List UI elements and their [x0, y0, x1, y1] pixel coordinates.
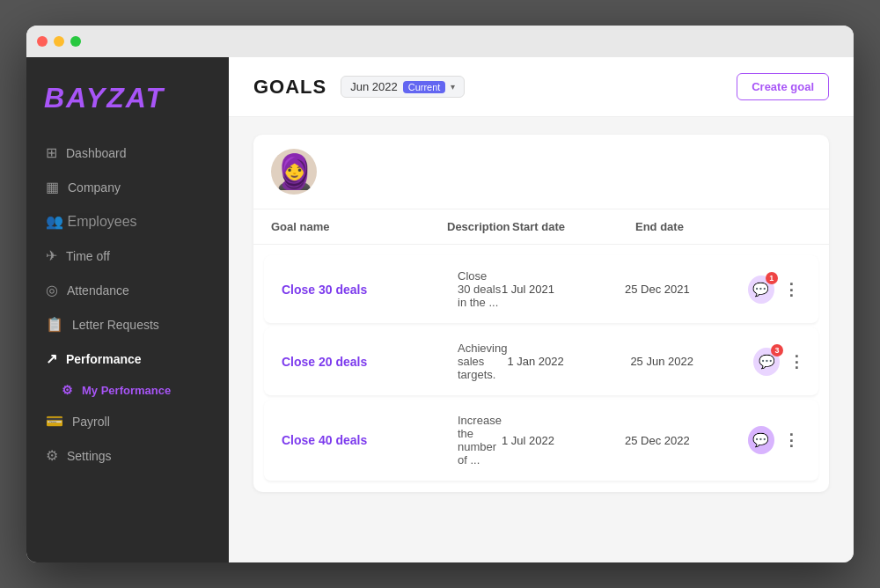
table-row: Close 40 deals Increase the number of ..…: [264, 400, 818, 481]
comment-button[interactable]: 💬: [748, 426, 774, 454]
goals-table: 🧕 Goal name Description Start date End d…: [253, 135, 829, 492]
table-header: Goal name Description Start date End dat…: [253, 209, 829, 245]
sidebar-item-letter-requests[interactable]: 📋 Letter Requests: [26, 307, 229, 342]
more-options-button[interactable]: ⋮: [787, 351, 806, 372]
sidebar-item-timeoff[interactable]: ✈ Time off: [26, 239, 229, 273]
current-tag: Current: [403, 81, 446, 93]
performance-icon: ↗: [46, 350, 57, 367]
col-end-date: End date: [635, 220, 759, 233]
sidebar-item-performance[interactable]: ↗ Performance: [26, 342, 229, 376]
sidebar-item-label: Attendance: [67, 283, 129, 298]
sidebar-item-settings[interactable]: ⚙ Settings: [26, 438, 229, 473]
sidebar-item-dashboard[interactable]: ⊞ Dashboard: [26, 136, 229, 170]
goal-description: Close 30 deals in the ...: [458, 269, 502, 309]
header-left: GOALS Jun 2022 Current ▾: [253, 76, 465, 99]
minimize-dot[interactable]: [54, 36, 64, 47]
avatar-image: 🧕: [274, 155, 315, 188]
settings-icon: ⚙: [46, 447, 58, 464]
period-label: Jun 2022: [350, 80, 398, 93]
sidebar-item-label: Letter Requests: [72, 318, 159, 332]
table-row: Close 20 deals Achieving sales targets. …: [264, 327, 818, 396]
comment-badge: 1: [766, 272, 778, 284]
create-goal-button[interactable]: Create goal: [737, 73, 829, 100]
goals-list: Close 30 deals Close 30 deals in the ...…: [253, 245, 829, 492]
sidebar-item-label: Payroll: [72, 415, 110, 429]
goal-actions: 💬 ⋮: [748, 426, 801, 454]
table-row: Close 30 deals Close 30 deals in the ...…: [264, 255, 818, 324]
goal-start-date: 1 Jul 2022: [502, 434, 625, 447]
payroll-icon: 💳: [46, 413, 63, 430]
goal-name-link[interactable]: Close 40 deals: [282, 433, 458, 447]
employees-icon: 👥 Employees: [46, 213, 137, 230]
comment-button[interactable]: 💬 1: [748, 276, 774, 304]
sidebar-item-company[interactable]: ▦ Company: [26, 170, 229, 204]
my-performance-icon: ⚙: [62, 383, 73, 397]
goal-description: Achieving sales targets.: [458, 342, 507, 381]
goal-description: Increase the number of ...: [458, 414, 502, 467]
sidebar-item-payroll[interactable]: 💳 Payroll: [26, 404, 229, 438]
page-title: GOALS: [253, 76, 326, 99]
comment-badge: 3: [771, 344, 783, 356]
attendance-icon: ◎: [46, 282, 58, 298]
main-content: GOALS Jun 2022 Current ▾ Create goal 🧕: [229, 57, 854, 562]
period-selector[interactable]: Jun 2022 Current ▾: [341, 76, 465, 98]
sidebar-item-label: Company: [68, 180, 121, 195]
logo: BAYZAT: [26, 75, 229, 136]
company-icon: ▦: [46, 179, 59, 195]
sidebar-item-label: Time off: [66, 249, 110, 263]
goal-end-date: 25 Jun 2022: [630, 355, 753, 368]
close-dot[interactable]: [37, 36, 48, 47]
user-row: 🧕: [253, 135, 829, 209]
sidebar-sub-item-label: My Performance: [82, 384, 171, 397]
sidebar-item-label: Settings: [67, 449, 112, 463]
maximize-dot[interactable]: [70, 36, 81, 47]
sidebar-item-employees[interactable]: 👥 Employees: [26, 204, 229, 239]
app-window: BAYZAT ⊞ Dashboard ▦ Company 👥 Employees…: [26, 26, 854, 562]
page-header: GOALS Jun 2022 Current ▾ Create goal: [229, 57, 854, 117]
goal-actions: 💬 3 ⋮: [753, 348, 806, 376]
more-options-button[interactable]: ⋮: [781, 430, 801, 451]
chevron-down-icon: ▾: [451, 82, 455, 92]
comment-button[interactable]: 💬 3: [753, 348, 780, 376]
goal-name-link[interactable]: Close 20 deals: [282, 355, 458, 369]
more-options-button[interactable]: ⋮: [781, 279, 801, 300]
logo-text: BAYZAT: [44, 82, 165, 114]
goals-content: 🧕 Goal name Description Start date End d…: [229, 117, 854, 562]
goal-start-date: 1 Jul 2021: [502, 283, 625, 296]
sidebar: BAYZAT ⊞ Dashboard ▦ Company 👥 Employees…: [26, 57, 229, 562]
col-goal-name: Goal name: [271, 220, 447, 233]
sidebar-item-label: Performance: [66, 352, 142, 366]
sidebar-item-attendance[interactable]: ◎ Attendance: [26, 273, 229, 307]
col-start-date: Start date: [512, 220, 635, 233]
dashboard-icon: ⊞: [46, 144, 57, 161]
sidebar-item-my-performance[interactable]: ⚙ My Performance: [26, 376, 229, 404]
avatar: 🧕: [271, 149, 317, 195]
sidebar-item-label: Employees: [67, 214, 136, 229]
timeoff-icon: ✈: [46, 247, 57, 264]
goal-start-date: 1 Jan 2022: [507, 355, 630, 368]
goal-actions: 💬 1 ⋮: [748, 276, 801, 304]
letter-icon: 📋: [46, 316, 63, 333]
col-actions: [759, 220, 811, 233]
titlebar: [26, 26, 854, 57]
sidebar-item-label: Dashboard: [66, 146, 127, 160]
goal-end-date: 25 Dec 2022: [625, 434, 748, 447]
col-description: Description: [447, 220, 512, 233]
goal-name-link[interactable]: Close 30 deals: [282, 283, 458, 297]
goal-end-date: 25 Dec 2021: [625, 283, 748, 296]
